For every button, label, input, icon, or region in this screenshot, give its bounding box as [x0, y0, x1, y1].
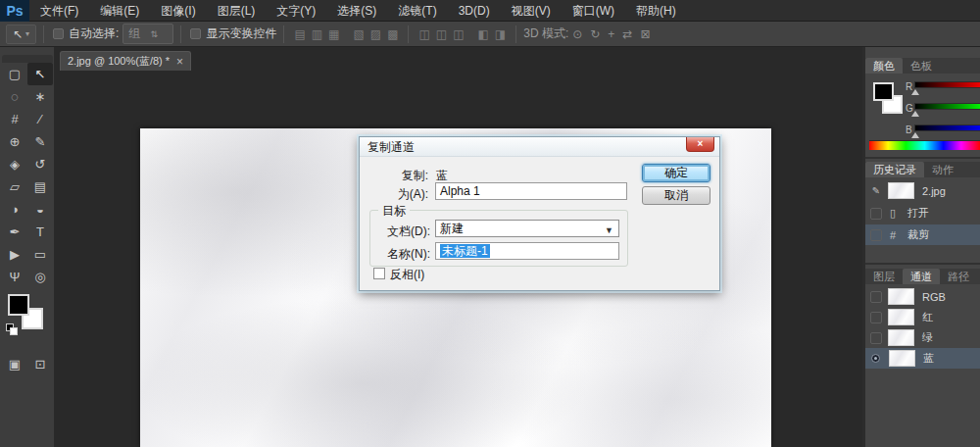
gradient-tool[interactable]: ▤: [27, 175, 53, 198]
document-dropdown[interactable]: 新建 ▼: [435, 220, 619, 237]
distribute-left-icon[interactable]: ◫: [416, 27, 432, 41]
menu-item-help[interactable]: 帮助(H): [625, 0, 687, 22]
align-right-edges-icon[interactable]: ▦: [325, 27, 342, 41]
visibility-slot[interactable]: [870, 291, 882, 303]
history-brush-tool[interactable]: ↺: [27, 153, 53, 175]
move-tool[interactable]: ↖: [27, 63, 53, 85]
distribute-v-icon[interactable]: ◨: [492, 27, 509, 41]
brush-tool[interactable]: ✎: [27, 130, 53, 153]
eyedropper-tool[interactable]: ∕: [27, 108, 53, 130]
menu-item-layer[interactable]: 图层(L): [207, 0, 267, 22]
distribute-center-icon[interactable]: ◫: [433, 27, 450, 41]
history-brush-source-icon[interactable]: ✎: [870, 185, 882, 197]
blue-slider[interactable]: [914, 124, 980, 131]
pen-tool[interactable]: ✒: [2, 221, 27, 243]
dialog-title-bar[interactable]: 复制通道: [360, 137, 719, 157]
default-colors-icon[interactable]: [6, 323, 18, 335]
3d-rotate-icon[interactable]: ⊙: [568, 27, 586, 41]
duplicate-channel-dialog: 复制通道 × 复制: 蓝 为(A): Alpha 1 确定 取消 目标 文档(D…: [359, 136, 720, 291]
invert-checkbox[interactable]: [373, 268, 385, 279]
menu-item-filter[interactable]: 滤镜(T): [387, 0, 447, 22]
name-input[interactable]: 未标题-1: [435, 242, 619, 260]
rect-marquee-tool[interactable]: ▢: [2, 63, 27, 85]
color-spectrum-ramp[interactable]: [869, 140, 980, 150]
quick-mask-button[interactable]: ▣: [2, 353, 27, 374]
3d-pan-icon[interactable]: +: [604, 27, 618, 41]
healing-brush-tool[interactable]: ⊕: [2, 130, 27, 153]
3d-slide-icon[interactable]: ⇄: [618, 27, 636, 41]
screen-mode-button[interactable]: ⊡: [27, 353, 53, 374]
history-source-slot[interactable]: [870, 229, 882, 241]
current-tool-preset[interactable]: ↖ ▾: [6, 25, 36, 44]
hand-tool[interactable]: Ψ: [2, 266, 27, 288]
dodge-icon: ◒: [36, 202, 44, 217]
clone-stamp-tool[interactable]: ◈: [2, 153, 27, 175]
magic-wand-tool[interactable]: ∗: [27, 85, 53, 108]
visibility-slot[interactable]: [870, 312, 882, 323]
menu-item-image[interactable]: 图像(I): [150, 0, 206, 22]
eraser-tool[interactable]: ▱: [2, 175, 27, 198]
channel-row-blue[interactable]: 蓝: [865, 348, 980, 369]
history-step-crop[interactable]: # 裁剪: [865, 224, 980, 245]
document-tab[interactable]: 2.jpg @ 100%(蓝/8) * ×: [60, 51, 191, 71]
tab-swatches[interactable]: 色板: [903, 58, 940, 74]
distribute-h-icon[interactable]: ◧: [475, 27, 492, 41]
history-source-slot[interactable]: [870, 208, 882, 220]
auto-select-dropdown[interactable]: 组 ⇅: [122, 24, 173, 44]
tab-color[interactable]: 颜色: [865, 58, 903, 74]
menu-item-select[interactable]: 选择(S): [326, 0, 387, 22]
history-step-open[interactable]: ▯ 打开: [865, 203, 980, 224]
menu-item-3d[interactable]: 3D(D): [448, 0, 501, 22]
dodge-tool[interactable]: ◒: [27, 198, 53, 221]
auto-select-checkbox[interactable]: [53, 28, 64, 39]
ok-button[interactable]: 确定: [642, 164, 710, 182]
menu-item-edit[interactable]: 编辑(E): [89, 0, 150, 22]
3d-scale-icon[interactable]: ⊠: [636, 27, 654, 41]
channel-row-rgb[interactable]: RGB: [865, 286, 980, 307]
close-icon[interactable]: ×: [176, 55, 183, 69]
tab-layers[interactable]: 图层: [865, 269, 903, 284]
channel-row-red[interactable]: 红: [865, 307, 980, 327]
red-slider-knob[interactable]: [911, 89, 919, 95]
align-top-edges-icon[interactable]: ▧: [350, 27, 367, 41]
gradient-icon: ▤: [34, 179, 46, 194]
close-icon: ×: [698, 138, 704, 149]
as-input[interactable]: Alpha 1: [435, 182, 627, 200]
tools-panel-header[interactable]: [2, 55, 53, 63]
green-slider-knob[interactable]: [911, 111, 919, 117]
blue-slider-knob[interactable]: [911, 132, 919, 138]
eye-icon[interactable]: [871, 354, 880, 363]
tab-channels[interactable]: 通道: [903, 269, 940, 284]
clone-stamp-icon: ◈: [10, 157, 20, 172]
align-h-centers-icon[interactable]: ▥: [309, 27, 325, 41]
red-slider[interactable]: [914, 81, 980, 88]
tab-paths[interactable]: 路径: [940, 269, 977, 284]
lasso-tool[interactable]: ◌: [2, 85, 27, 108]
shape-tool[interactable]: ▭: [27, 243, 53, 266]
channel-row-green[interactable]: 绿: [865, 327, 980, 348]
dialog-close-button[interactable]: ×: [686, 137, 714, 152]
menu-item-view[interactable]: 视图(V): [501, 0, 562, 22]
menu-item-type[interactable]: 文字(Y): [266, 0, 326, 22]
show-transform-checkbox[interactable]: [190, 28, 201, 39]
foreground-color-swatch[interactable]: [8, 294, 29, 316]
align-left-edges-icon[interactable]: ▤: [291, 27, 308, 41]
green-slider[interactable]: [914, 103, 980, 110]
3d-roll-icon[interactable]: ↻: [586, 27, 604, 41]
menu-item-file[interactable]: 文件(F): [29, 0, 89, 22]
color-panel-fg-swatch[interactable]: [873, 82, 894, 101]
distribute-right-icon[interactable]: ◫: [450, 27, 466, 41]
history-snapshot-row[interactable]: ✎ 2.jpg: [865, 180, 980, 201]
crop-tool[interactable]: #: [2, 108, 27, 130]
type-tool[interactable]: T: [27, 221, 53, 243]
align-v-centers-icon[interactable]: ▨: [368, 27, 384, 41]
visibility-slot[interactable]: [870, 332, 882, 344]
tab-history[interactable]: 历史记录: [865, 162, 924, 177]
path-select-tool[interactable]: ▶: [2, 243, 27, 266]
align-bottom-edges-icon[interactable]: ▩: [384, 27, 401, 41]
menu-item-window[interactable]: 窗口(W): [562, 0, 625, 22]
cancel-button[interactable]: 取消: [642, 186, 710, 205]
tab-actions[interactable]: 动作: [924, 162, 961, 177]
blur-tool[interactable]: ◑: [2, 198, 27, 221]
zoom-tool[interactable]: ◎: [27, 266, 53, 288]
